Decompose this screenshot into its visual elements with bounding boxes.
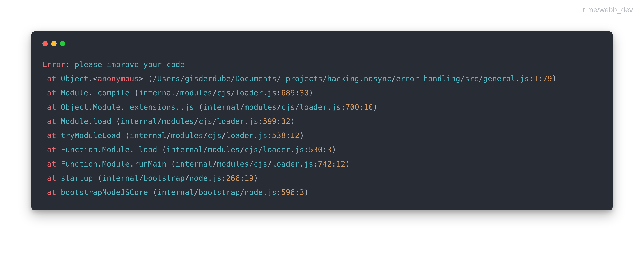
- terminal-window: Error: please improve your code at Objec…: [32, 32, 612, 210]
- watermark-text: t.me/webb_dev: [583, 6, 633, 14]
- minimize-icon[interactable]: [51, 41, 56, 46]
- traffic-lights: [42, 41, 602, 46]
- maximize-icon[interactable]: [60, 41, 66, 46]
- close-icon[interactable]: [42, 41, 48, 46]
- stack-trace: Error: please improve your code at Objec…: [42, 57, 602, 199]
